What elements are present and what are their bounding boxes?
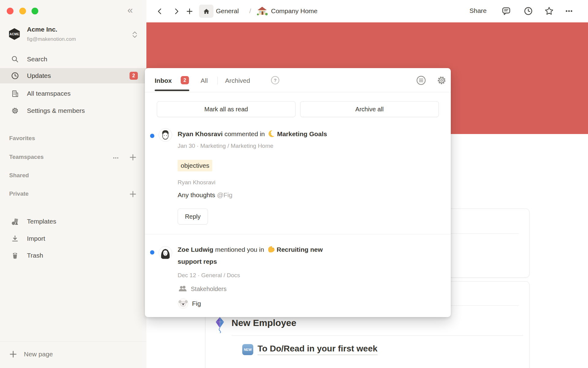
- tab-archived[interactable]: Archived: [225, 77, 250, 84]
- reply-button[interactable]: Reply: [178, 209, 208, 224]
- workspace-logo[interactable]: ACME: [9, 28, 20, 40]
- home-button[interactable]: [199, 5, 213, 18]
- updates-badge: 2: [130, 72, 138, 80]
- comment-icon[interactable]: [502, 6, 511, 16]
- teamspaces-more-icon[interactable]: [112, 154, 119, 162]
- comment-body: Any thoughts @Fig: [178, 191, 232, 199]
- target-page-line2: support reps: [178, 258, 217, 265]
- notification-meta: Dec 12 · General / Docs: [178, 271, 240, 279]
- clock-icon: [11, 72, 19, 80]
- sidebar-item-settings[interactable]: Settings & members: [0, 103, 146, 118]
- actor-name: Zoe Ludwig: [178, 246, 213, 253]
- new-page-label: New page: [24, 351, 53, 358]
- koala-avatar: [178, 298, 188, 309]
- sidebar-item-updates[interactable]: Updates 2: [0, 68, 146, 83]
- notification-divider: [145, 234, 451, 234]
- minimize-button[interactable]: [19, 8, 26, 14]
- workspace-switcher-icon[interactable]: [132, 31, 138, 39]
- notification-title[interactable]: Zoe Ludwig mentioned you in Recruiting n…: [178, 243, 441, 267]
- action-text: mentioned you in: [213, 246, 266, 253]
- action-text: commented in: [223, 130, 267, 137]
- sidebar-section-favorites[interactable]: Favorites: [9, 135, 35, 142]
- filter-icon[interactable]: [416, 75, 426, 86]
- sidebar-bottom-divider: [0, 341, 146, 342]
- moon-emoji: [268, 130, 276, 138]
- share-button[interactable]: Share: [469, 7, 487, 14]
- sidebar-section-private[interactable]: Private: [9, 190, 28, 197]
- help-icon[interactable]: ?: [271, 76, 279, 84]
- collapse-sidebar-icon[interactable]: «: [127, 5, 133, 15]
- people-icon: [178, 284, 187, 293]
- plus-icon: [9, 350, 17, 358]
- add-page-icon[interactable]: [186, 8, 193, 15]
- breadcrumb-parent[interactable]: General: [216, 7, 239, 15]
- workspace-logo-text: ACME: [9, 33, 19, 36]
- page-label-fig: Fig: [192, 300, 201, 307]
- import-icon: [11, 235, 19, 243]
- breadcrumb-current[interactable]: Company Home: [271, 7, 318, 15]
- actor-name: Ryan Khosravi: [178, 130, 223, 137]
- notification-title[interactable]: Ryan Khosravi commented in Marketing Goa…: [178, 128, 441, 140]
- trash-icon: [11, 251, 19, 259]
- forward-icon[interactable]: [173, 8, 179, 15]
- sidebar-item-import[interactable]: Import: [0, 231, 146, 246]
- templates-icon: [11, 217, 19, 225]
- sidebar: « ACME Acme Inc. fig@makenotion.com Sear…: [0, 0, 146, 368]
- sidebar-section-teamspaces[interactable]: Teamspaces: [9, 154, 44, 160]
- mark-all-read-button[interactable]: Mark all as read: [157, 101, 296, 117]
- back-icon[interactable]: [157, 8, 164, 15]
- flex-biceps-emoji: [267, 245, 275, 253]
- active-tab-indicator: [155, 90, 189, 91]
- house-garden-emoji: [257, 6, 268, 16]
- context-row-stakeholders[interactable]: Stakeholders: [178, 284, 227, 293]
- kite-emoji: [214, 316, 226, 333]
- sidebar-item-label: All teamspaces: [27, 90, 70, 97]
- context-row-fig[interactable]: Fig: [178, 298, 201, 309]
- updates-popover: Inbox 2 All Archived ? Mark all as read …: [145, 68, 451, 317]
- avatar-zoe: [159, 246, 172, 260]
- teamspaces-add-icon[interactable]: [129, 154, 137, 161]
- tab-inbox[interactable]: Inbox: [155, 77, 172, 84]
- more-icon[interactable]: [564, 6, 574, 16]
- heading-divider: [232, 335, 523, 336]
- header-divider: [145, 92, 451, 92]
- building-icon: [11, 90, 19, 98]
- sidebar-item-label: Import: [27, 235, 45, 242]
- new-page-button[interactable]: New page: [0, 345, 146, 363]
- sidebar-item-search[interactable]: Search: [0, 52, 146, 67]
- sidebar-item-label: Templates: [27, 218, 56, 225]
- sidebar-item-templates[interactable]: Templates: [0, 214, 146, 229]
- settings-icon[interactable]: [436, 75, 447, 86]
- zoom-button[interactable]: [32, 8, 38, 14]
- history-icon[interactable]: [524, 6, 533, 16]
- highlighted-text[interactable]: objectives: [178, 160, 212, 171]
- workspace-name[interactable]: Acme Inc.: [27, 26, 57, 33]
- sidebar-item-trash[interactable]: Trash: [0, 248, 146, 263]
- unread-dot: [150, 134, 154, 138]
- sidebar-item-all-teamspaces[interactable]: All teamspaces: [0, 86, 146, 101]
- sidebar-item-label: Trash: [27, 252, 43, 259]
- topbar: General / Company Home Share: [146, 0, 588, 22]
- sidebar-section-shared[interactable]: Shared: [9, 172, 29, 179]
- page-heading[interactable]: New Employee: [232, 318, 296, 328]
- tab-all[interactable]: All: [201, 77, 208, 84]
- unread-dot: [150, 250, 154, 255]
- target-page: Recruiting new: [277, 246, 323, 253]
- sidebar-item-label: Updates: [27, 72, 51, 79]
- sidebar-item-label: Search: [27, 56, 47, 63]
- target-page: Marketing Goals: [277, 130, 327, 137]
- home-icon: [203, 8, 210, 15]
- private-add-icon[interactable]: [129, 190, 137, 198]
- comment-author: Ryan Khosravi: [178, 178, 216, 186]
- close-button[interactable]: [7, 8, 13, 14]
- mention-fig[interactable]: @Fig: [217, 191, 232, 198]
- star-icon[interactable]: [545, 6, 554, 16]
- new-emoji: NEW: [242, 344, 253, 355]
- workspace-email: fig@makenotion.com: [27, 36, 76, 42]
- breadcrumb-separator: /: [249, 7, 251, 15]
- tab-divider: [217, 77, 218, 85]
- page-link-todo[interactable]: To Do/Read in your first week: [258, 344, 378, 355]
- inbox-tab-badge: 2: [181, 76, 189, 84]
- search-icon: [11, 55, 19, 63]
- archive-all-button[interactable]: Archive all: [300, 101, 439, 117]
